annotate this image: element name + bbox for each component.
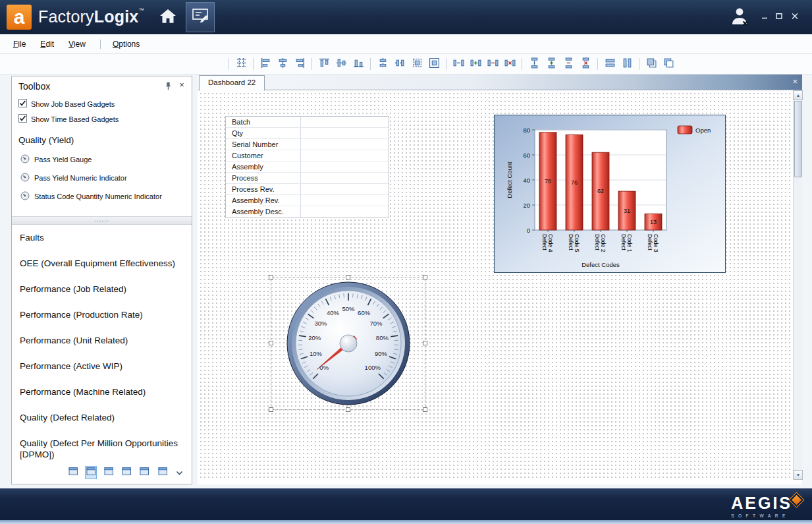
toolbox-close-icon[interactable]: × (177, 80, 186, 90)
job-info-table-gadget[interactable]: BatchQtySerial NumberCustomerAssemblyPro… (225, 116, 389, 218)
align-middle-vertical-button[interactable] (334, 57, 348, 71)
remove-horizontal-spacing-icon (504, 57, 516, 71)
resize-handle-bottom-left[interactable] (269, 407, 273, 412)
layout-preset-button-1[interactable] (67, 466, 79, 479)
center-horizontally-button[interactable] (375, 57, 390, 71)
svg-text:60: 60 (523, 152, 530, 159)
category-quality-defect-related-[interactable]: Quality (Defect Related) (12, 405, 192, 430)
menubar: FileEditViewOptions (0, 34, 812, 54)
decrease-vertical-spacing-button[interactable] (561, 57, 576, 71)
center-vertically-button[interactable] (392, 57, 407, 71)
checkbox-row-0[interactable]: Show Job Based Gadgets (12, 96, 192, 111)
menu-view[interactable]: View (68, 40, 86, 49)
vertical-scrollbar[interactable]: ▲ ▼ (793, 90, 802, 480)
category-performance-machine-related-[interactable]: Performance (Machine Related) (12, 379, 192, 405)
aegis-tagline: SOFTWARE (731, 513, 792, 518)
category-performance-job-related-[interactable]: Performance (Job Related) (12, 276, 192, 302)
pass-yield-gauge: 0%10%20%30%40%50%60%70%80%90%100% (271, 277, 425, 409)
tab-dashboard-22[interactable]: Dashboard 22 (199, 75, 265, 91)
toolbox-splitter[interactable]: ...... (12, 216, 192, 225)
tab-close-icon[interactable]: × (792, 76, 798, 86)
snap-to-grid-button[interactable] (234, 57, 248, 71)
align-bottom-button[interactable] (351, 57, 365, 71)
user-logout-icon (729, 20, 751, 31)
defect-count-chart-gadget[interactable]: 02040608078DefectCode 476DefectCode 562D… (494, 115, 726, 273)
category-faults[interactable]: Faults (12, 225, 192, 250)
checkbox-row-1[interactable]: Show Time Based Gadgets (12, 111, 192, 127)
resize-handle-middle-left[interactable] (269, 341, 273, 345)
align-center-horizontal-button[interactable] (275, 57, 290, 71)
align-left-button[interactable] (258, 57, 273, 71)
application-window: a FactoryLogix™ (0, 0, 812, 524)
gadget-item-pass-yield-gauge[interactable]: Pass Yield Gauge (12, 150, 192, 169)
align-center-horizontal-icon (277, 57, 288, 71)
aegis-logo: AEGIS SOFTWARE (731, 494, 792, 518)
scrollbar-thumb[interactable] (794, 101, 802, 177)
layout-preset-button-4[interactable] (121, 466, 133, 479)
designer-area: Dashboard 22 × BatchQtySerial NumberCust… (198, 74, 802, 484)
table-row-value (301, 195, 389, 206)
menu-options[interactable]: Options (113, 40, 140, 49)
minimize-button[interactable] (758, 11, 771, 22)
decrease-horizontal-spacing-button[interactable] (485, 57, 500, 71)
pin-icon[interactable] (164, 82, 173, 91)
gadget-item-status-code-quantity-numeric-indicator[interactable]: Status Code Quantity Numeric Indicator (12, 187, 192, 206)
scroll-down-arrow-icon[interactable]: ▼ (794, 470, 803, 480)
menu-file[interactable]: File (13, 40, 26, 49)
make-same-height-button[interactable] (620, 57, 634, 71)
category-performance-production-rate-[interactable]: Performance (Production Rate) (12, 302, 192, 328)
toolbar-separator (446, 58, 447, 70)
sign-out-user-button[interactable] (729, 5, 751, 29)
make-same-width-icon (605, 57, 616, 71)
align-top-button[interactable] (317, 57, 331, 71)
layout-preset-button-6[interactable] (157, 466, 169, 479)
category-quality-defect-per-million-opportunities[interactable]: Quality (Defect Per Million Opportunitie… (12, 430, 192, 467)
home-button[interactable] (155, 6, 180, 30)
make-vertical-spacing-equal-button[interactable] (527, 57, 541, 71)
svg-text:Code 4: Code 4 (547, 234, 554, 252)
resize-handle-top-middle[interactable] (346, 275, 350, 279)
category-performance-active-wip-[interactable]: Performance (Active WIP) (12, 353, 192, 379)
close-button[interactable] (788, 11, 801, 22)
dashboard-canvas[interactable]: BatchQtySerial NumberCustomerAssemblyPro… (198, 90, 793, 480)
gadget-item-pass-yield-numeric-indicator[interactable]: Pass Yield Numeric Indicator (12, 169, 192, 187)
svg-text:62: 62 (597, 188, 604, 194)
resize-handle-top-right[interactable] (423, 275, 427, 279)
bring-to-front-button[interactable] (644, 57, 659, 71)
table-row: Process Rev. (226, 184, 389, 195)
menu-edit[interactable]: Edit (40, 40, 54, 49)
section-quality-yield[interactable]: Quality (Yield) (12, 127, 192, 150)
svg-text:13: 13 (650, 219, 657, 225)
pass-yield-gauge-gadget[interactable]: 0%10%20%30%40%50%60%70%80%90%100% (271, 277, 425, 409)
checkbox-icon[interactable] (18, 114, 27, 124)
category-oee-overall-equipment-effectiveness-[interactable]: OEE (Overall Equipment Effectiveness) (12, 250, 192, 276)
remove-horizontal-spacing-button[interactable] (502, 57, 517, 71)
make-horizontal-spacing-equal-button[interactable] (451, 57, 466, 71)
center-in-form-icon (429, 57, 440, 71)
align-right-button[interactable] (292, 57, 307, 71)
resize-handle-middle-right[interactable] (423, 341, 427, 345)
category-performance-unit-related-[interactable]: Performance (Unit Related) (12, 328, 192, 353)
maximize-button[interactable] (772, 11, 786, 22)
center-in-form-button[interactable] (427, 57, 441, 71)
layout-preset-button-5[interactable] (139, 466, 151, 479)
svg-text:80: 80 (523, 127, 530, 134)
toolbar-separator (253, 58, 254, 70)
gauge-icon (20, 154, 30, 165)
make-same-width-button[interactable] (603, 57, 617, 71)
toolbox-overflow-chevron[interactable] (175, 467, 184, 478)
dashboard-designer-button-active[interactable] (186, 2, 215, 32)
layout-preset-button-3[interactable] (103, 466, 115, 479)
increase-vertical-spacing-button[interactable] (544, 57, 558, 71)
send-to-back-button[interactable] (661, 57, 676, 71)
remove-vertical-spacing-button[interactable] (578, 57, 593, 71)
resize-handle-top-left[interactable] (269, 275, 273, 279)
resize-handle-bottom-middle[interactable] (346, 407, 350, 412)
maximize-icon (775, 11, 783, 22)
resize-handle-bottom-right[interactable] (423, 407, 427, 412)
scroll-up-arrow-icon[interactable]: ▲ (794, 90, 803, 100)
snap-size-to-grid-button[interactable] (410, 57, 424, 71)
increase-horizontal-spacing-button[interactable] (468, 57, 483, 71)
checkbox-icon[interactable] (18, 99, 27, 109)
layout-preset-button-2[interactable] (85, 466, 97, 479)
